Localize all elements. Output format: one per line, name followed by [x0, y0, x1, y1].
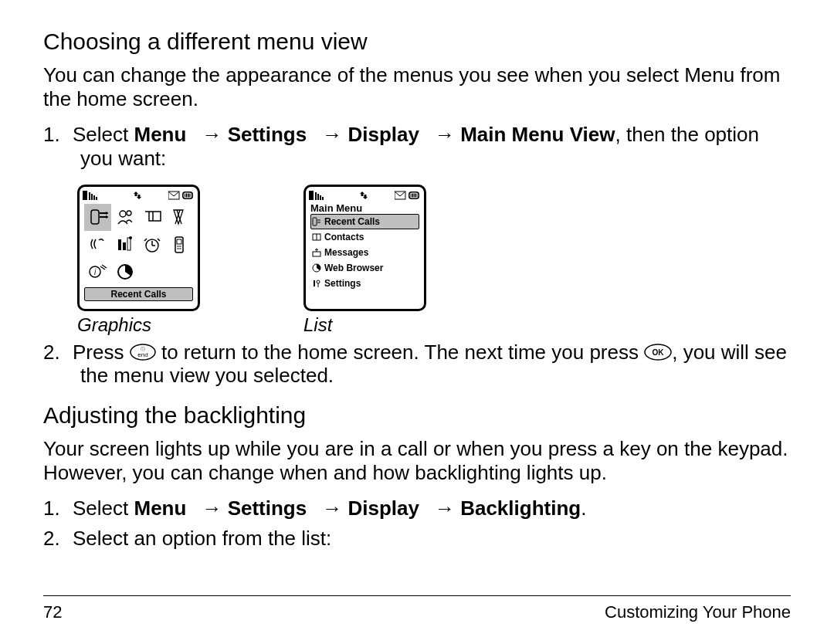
svg-marker-12	[106, 212, 108, 215]
grid-item-phone	[166, 231, 193, 258]
svg-rect-1	[89, 192, 90, 200]
outbox-icon	[312, 248, 321, 257]
grid-item-settings	[84, 231, 111, 258]
svg-rect-43	[313, 218, 317, 225]
step-2: 2.Press ⓘend to return to the home scree…	[43, 341, 791, 388]
svg-point-23	[178, 246, 179, 247]
breadcrumb-arrow: →	[435, 123, 460, 146]
phone-screen-graphics: i Recent Calls	[77, 185, 200, 311]
svg-rect-11	[91, 210, 99, 224]
main-menu-view-keyword: Main Menu View	[460, 123, 615, 146]
breadcrumb-arrow: →	[322, 123, 348, 146]
page-number: 72	[43, 602, 62, 622]
grid-item-empty	[166, 258, 193, 285]
ok-key-icon: OK	[644, 344, 672, 361]
list-title: Main Menu	[306, 202, 424, 214]
grid-item-messages	[139, 204, 166, 231]
svg-rect-3	[93, 195, 95, 200]
svg-text:end: end	[137, 351, 147, 358]
grid-item-tools	[111, 231, 138, 258]
svg-rect-18	[127, 238, 131, 250]
step-number: 1.	[43, 497, 73, 520]
mail-battery-icons	[395, 191, 421, 200]
phone-list-icon	[312, 217, 321, 226]
list-item-label: Web Browser	[324, 261, 383, 275]
settings-keyword: Settings	[228, 123, 307, 146]
svg-rect-46	[313, 252, 320, 256]
grid-item-alarm	[139, 231, 166, 258]
breadcrumb-arrow: →	[202, 123, 227, 146]
graphics-caption: Graphics	[77, 314, 200, 336]
steps-list-1: 1.Select Menu→ Settings→ Display→ Main M…	[43, 123, 791, 170]
step-text: Select	[73, 497, 134, 520]
svg-point-25	[181, 246, 182, 247]
step-number: 2.	[43, 341, 73, 364]
step-1: 1.Select Menu→ Settings→ Display→ Backli…	[43, 497, 791, 520]
globe-icon	[312, 263, 321, 273]
svg-point-28	[181, 248, 182, 249]
list-item-contacts: Contacts	[310, 229, 419, 245]
section-heading-menu-view: Choosing a different menu view	[43, 28, 791, 56]
data-arrows-icon	[134, 191, 141, 200]
list-view-example: Main Menu Recent Calls Contacts Messages	[303, 185, 426, 336]
list-items: Recent Calls Contacts Messages Web Brows…	[306, 214, 424, 291]
grid-item-contacts	[111, 204, 138, 231]
menu-keyword: Menu	[134, 497, 187, 520]
data-arrows-icon	[360, 191, 368, 200]
list-caption: List	[303, 314, 426, 336]
svg-rect-16	[118, 239, 121, 250]
intro-paragraph-2: Your screen lights up while you are in a…	[43, 437, 791, 484]
signal-icon	[83, 191, 106, 200]
step-2: 2.Select an option from the list:	[43, 527, 791, 551]
svg-point-15	[127, 211, 131, 215]
steps-list-1b: 2.Press ⓘend to return to the home scree…	[43, 341, 791, 388]
svg-rect-32	[309, 191, 314, 200]
graphics-icon-grid: i	[84, 204, 193, 286]
steps-list-2: 1.Select Menu→ Settings→ Display→ Backli…	[43, 497, 791, 550]
svg-rect-0	[83, 191, 87, 200]
svg-text:OK: OK	[653, 348, 665, 357]
breadcrumb-arrow: →	[435, 497, 460, 520]
list-item-messages: Messages	[310, 245, 419, 260]
svg-point-19	[129, 236, 132, 239]
step-text: Select an option from the list:	[73, 527, 331, 550]
svg-rect-17	[123, 242, 126, 250]
svg-text:i: i	[94, 268, 97, 276]
step-number: 2.	[43, 527, 73, 551]
step-text: Press	[73, 341, 130, 364]
section-heading-backlighting: Adjusting the backlighting	[43, 402, 791, 429]
svg-point-27	[179, 248, 181, 249]
phone-screen-list: Main Menu Recent Calls Contacts Messages	[303, 185, 426, 311]
book-icon	[312, 232, 321, 242]
display-keyword: Display	[348, 497, 419, 520]
breadcrumb-arrow: →	[322, 497, 348, 520]
grid-item-browser	[111, 258, 138, 285]
svg-point-24	[179, 246, 181, 247]
step-number: 1.	[43, 123, 73, 147]
svg-rect-33	[315, 192, 317, 200]
list-item-label: Recent Calls	[324, 215, 380, 229]
mail-battery-icons	[168, 191, 195, 200]
breadcrumb-arrow: →	[202, 497, 227, 520]
svg-rect-36	[322, 197, 324, 200]
step-text: .	[581, 497, 586, 520]
list-item-label: Settings	[324, 276, 361, 290]
graphics-selected-label: Recent Calls	[84, 287, 193, 301]
menu-keyword: Menu	[134, 123, 187, 146]
status-bar	[306, 187, 424, 202]
list-item-recent-calls: Recent Calls	[310, 214, 419, 229]
list-item-web-browser: Web Browser	[310, 260, 419, 276]
settings-keyword: Settings	[228, 497, 307, 520]
grid-item-recent-calls	[84, 204, 111, 231]
tools-icon	[312, 279, 321, 288]
svg-rect-2	[91, 194, 93, 200]
svg-rect-4	[96, 197, 97, 200]
manual-page: Choosing a different menu view You can c…	[0, 0, 834, 644]
svg-rect-48	[314, 280, 315, 286]
intro-paragraph: You can change the appearance of the men…	[43, 63, 791, 110]
svg-point-26	[178, 248, 179, 249]
svg-marker-13	[106, 215, 108, 219]
list-item-settings: Settings	[310, 276, 419, 291]
grid-item-web	[166, 204, 193, 231]
list-item-label: Messages	[324, 246, 368, 259]
